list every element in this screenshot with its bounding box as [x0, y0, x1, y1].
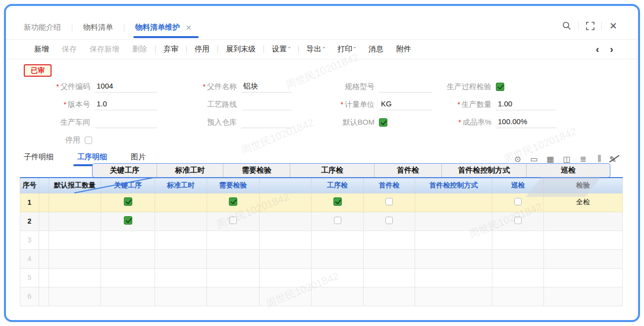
col-first-article[interactable]: 首件检: [364, 178, 415, 193]
need-inspection-checkbox[interactable]: [229, 217, 237, 224]
tab-bar: 新功能介绍 物料清单 物料清单维护 ✕ ✕: [6, 6, 638, 40]
col-blank[interactable]: [39, 178, 49, 193]
field-spec-model: 规格型号: [307, 79, 431, 94]
grid-row-3[interactable]: 3: [20, 231, 623, 249]
tab-pictures[interactable]: 图片: [131, 152, 146, 162]
tab-close-icon[interactable]: ✕: [186, 24, 192, 32]
grid-toolbar-icon[interactable]: ⫼: [595, 154, 604, 163]
cell-standard-hours[interactable]: [155, 212, 207, 231]
field-unit: *计量单位 KG: [307, 97, 431, 112]
unapprove-button[interactable]: 弃审: [157, 45, 185, 54]
col-need-inspection[interactable]: 需要检验: [207, 178, 260, 193]
col-placeholder[interactable]: [260, 178, 312, 193]
tab-bom-maintenance[interactable]: 物料清单维护 ✕: [135, 23, 192, 32]
yield-rate-input[interactable]: 100.00%: [496, 116, 556, 128]
col-default-report-qty[interactable]: 默认报工数量: [49, 178, 101, 193]
need-inspection-checkbox[interactable]: [229, 197, 237, 206]
grid-toolbar-icon[interactable]: ≣: [579, 154, 588, 163]
first-article-checkbox[interactable]: [385, 198, 393, 205]
workshop-input[interactable]: [95, 116, 157, 128]
key-process-checkbox[interactable]: [124, 216, 132, 225]
cell-patrol[interactable]: [492, 212, 544, 231]
drag-segment: 需要检验: [223, 164, 290, 177]
grid-toolbar-icon[interactable]: ⊙: [513, 154, 522, 163]
print-dropdown[interactable]: 打印ˇ: [331, 45, 362, 54]
tab-new-features[interactable]: 新功能介绍: [24, 23, 61, 32]
default-bom-checkbox[interactable]: [379, 118, 387, 127]
cell-first-article-control[interactable]: [415, 212, 492, 231]
col-seq[interactable]: 序号: [20, 178, 39, 193]
cell-first-article[interactable]: [364, 212, 415, 231]
grid-row-6[interactable]: 6: [20, 287, 623, 306]
warehouse-input[interactable]: [241, 116, 292, 128]
add-button[interactable]: 新增: [28, 45, 55, 54]
export-dropdown[interactable]: 导出ˇ: [300, 45, 331, 54]
cell-default-report-qty[interactable]: [49, 212, 101, 231]
col-process-inspection[interactable]: 工序检: [312, 178, 364, 193]
cell-first-article-control[interactable]: [415, 193, 492, 212]
process-inspection-checkbox[interactable]: [496, 83, 504, 91]
process-inspection-checkbox[interactable]: [333, 197, 342, 206]
col-standard-hours[interactable]: 标准工时: [155, 178, 207, 193]
chevron-down-icon: ˇ: [322, 47, 325, 52]
expand-all-button[interactable]: 展到末级: [219, 45, 262, 54]
cell-process-inspection[interactable]: [312, 193, 364, 212]
chevron-down-icon: ˇ: [288, 47, 290, 52]
cell-key-process[interactable]: [101, 212, 155, 231]
save-and-add-button[interactable]: 保存新增: [83, 45, 126, 54]
cell-process-inspection[interactable]: [312, 212, 364, 231]
tab-divider: [124, 24, 124, 32]
required-mark: *: [341, 100, 343, 108]
cell-need-inspection[interactable]: [207, 193, 260, 212]
grid-row-2[interactable]: 2: [20, 212, 623, 231]
disabled-flag-checkbox[interactable]: [85, 137, 92, 144]
grid-toolbar-icon[interactable]: ◫: [562, 154, 571, 163]
tab-child-items[interactable]: 子件明细: [24, 152, 54, 162]
close-window-icon[interactable]: ✕: [608, 21, 618, 31]
grid-toolbar-icon[interactable]: ▭: [530, 154, 538, 163]
delete-button[interactable]: 删除: [126, 45, 154, 54]
production-qty-input[interactable]: 1.00: [496, 98, 556, 110]
unit-input[interactable]: KG: [379, 98, 431, 110]
attachment-button[interactable]: 附件: [390, 45, 418, 54]
field-parent-code: *父件编码 1004: [20, 79, 157, 94]
message-button[interactable]: 消息: [362, 45, 390, 54]
cell-standard-hours[interactable]: [155, 193, 207, 212]
toolbar-divider: [186, 46, 187, 53]
patrol-checkbox[interactable]: [514, 217, 522, 224]
parent-code-input[interactable]: 1004: [95, 81, 157, 93]
cell-inspection-method[interactable]: [544, 212, 623, 231]
spec-model-input[interactable]: [379, 81, 431, 93]
next-record-button[interactable]: ›: [610, 44, 613, 55]
first-article-checkbox[interactable]: [385, 217, 393, 224]
tab-process-detail[interactable]: 工序明细: [77, 152, 107, 162]
search-icon[interactable]: [562, 21, 572, 31]
cell-first-article[interactable]: [364, 193, 415, 212]
edit-disabled-pencil-icon[interactable]: ✎: [609, 154, 616, 165]
grid-toolbar: ⊙ ▭ ▦ ◫ ≣ ⫼: [513, 154, 604, 163]
grid-row-4[interactable]: 4: [20, 249, 623, 268]
col-first-article-control[interactable]: 首件检控制方式: [415, 178, 492, 193]
process-inspection-checkbox[interactable]: [334, 217, 341, 224]
save-button[interactable]: 保存: [55, 45, 83, 54]
parent-name-input[interactable]: 铝块: [241, 81, 292, 93]
icon-divider: [601, 21, 602, 30]
disable-button[interactable]: 停用: [188, 45, 216, 54]
cell-need-inspection[interactable]: [207, 212, 260, 231]
version-input[interactable]: 1.0: [95, 98, 157, 110]
toolbar-divider: [217, 46, 218, 53]
field-yield-rate: *成品率% 100.00%: [426, 115, 556, 130]
grid-toolbar-icon[interactable]: ▦: [546, 154, 555, 163]
cell-default-report-qty[interactable]: [49, 193, 101, 212]
scroll-edge-line: [636, 41, 637, 318]
patrol-checkbox[interactable]: [514, 198, 522, 205]
grid-row-5[interactable]: 5: [20, 268, 623, 287]
cell-key-process[interactable]: [101, 193, 155, 212]
prev-record-button[interactable]: ‹: [596, 44, 599, 55]
drag-segment: 巡检: [527, 164, 610, 177]
settings-dropdown[interactable]: 设置ˇ: [266, 45, 297, 54]
key-process-checkbox[interactable]: [124, 197, 132, 206]
process-route-input[interactable]: [241, 98, 292, 110]
fullscreen-icon[interactable]: [585, 21, 595, 31]
tab-material-list[interactable]: 物料清单: [83, 23, 113, 32]
